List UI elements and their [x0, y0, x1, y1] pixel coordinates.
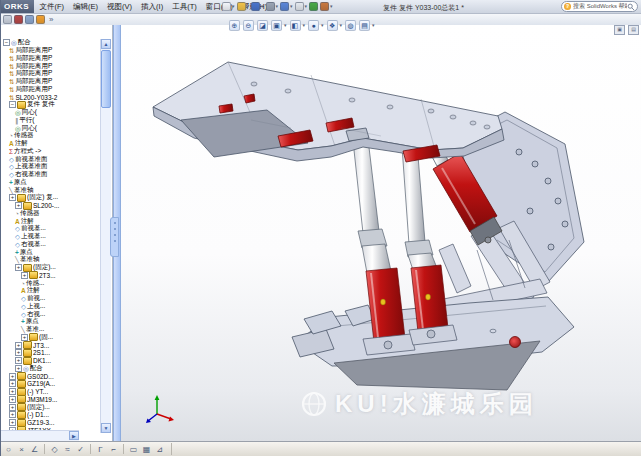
menu-5[interactable]: 工具(T) [168, 0, 202, 13]
dropdown-caret-icon[interactable]: ▾ [276, 2, 279, 11]
tree-item[interactable]: ◔传感器 [1, 210, 101, 218]
tree-item[interactable]: +(-) YT... [1, 388, 101, 396]
tree-item[interactable]: ◇前视... [1, 295, 101, 303]
dropdown-caret-icon[interactable]: ▾ [261, 2, 264, 11]
3d-model[interactable] [121, 25, 641, 441]
tree-item[interactable]: +(固... [1, 334, 101, 342]
tree-item[interactable]: ◎同心( [1, 109, 101, 117]
expander-icon[interactable]: + [9, 419, 16, 426]
menu-1[interactable]: 文件(F) [35, 0, 69, 13]
undo-icon[interactable] [280, 2, 289, 11]
dropdown-caret-icon[interactable]: ▾ [232, 2, 235, 11]
expander-icon[interactable]: + [9, 396, 16, 403]
preview-icon[interactable] [14, 15, 23, 24]
expander-icon[interactable]: + [9, 373, 16, 380]
tree-item[interactable]: +原点 [1, 318, 101, 326]
triangle-icon[interactable]: ⊿ [154, 444, 165, 455]
tree-item[interactable]: ◇上视基... [1, 233, 101, 241]
tree-item[interactable]: ◇右视基... [1, 241, 101, 249]
expander-icon[interactable]: − [3, 39, 10, 46]
tree-item[interactable]: +(固定)... [1, 264, 101, 272]
expander-icon[interactable]: + [9, 411, 16, 418]
corner-icon[interactable]: Γ [95, 444, 106, 455]
check-icon[interactable]: ✓ [75, 444, 86, 455]
expander-icon[interactable]: + [15, 264, 22, 271]
dropdown-caret-icon[interactable]: ▾ [330, 2, 333, 11]
expander-icon[interactable]: + [15, 342, 22, 349]
tree-item[interactable]: +GZ19(A... [1, 380, 101, 388]
new-icon[interactable] [222, 2, 231, 11]
tree-item[interactable]: ◔传感... [1, 279, 101, 287]
tree-item[interactable]: +GZ19-3... [1, 419, 101, 427]
scrollbar-thumb[interactable] [101, 50, 111, 108]
expander-icon[interactable]: + [21, 334, 28, 341]
help-smiley-icon[interactable] [36, 15, 45, 24]
angle-icon[interactable]: ∠ [29, 444, 40, 455]
tree-item[interactable]: ⇅局部距离用P [1, 86, 101, 94]
search-input[interactable]: 搜索 SolidWorks 帮助 [573, 2, 627, 11]
menu-2[interactable]: 编辑(E) [69, 0, 103, 13]
tree-item[interactable]: +◎配合 [1, 365, 101, 373]
search-box[interactable]: ? 搜索 SolidWorks 帮助 [561, 1, 638, 12]
dropdown-caret-icon[interactable]: ▾ [290, 2, 293, 11]
grid-icon[interactable]: ▦ [141, 444, 152, 455]
search-icon[interactable] [627, 3, 635, 11]
sketch-circle-icon[interactable]: ○ [3, 444, 14, 455]
corner2-icon[interactable]: ⌐ [108, 444, 119, 455]
tree-item[interactable]: −复件 复件 [1, 101, 101, 109]
expander-icon[interactable]: + [9, 380, 16, 387]
tree-item[interactable]: +2S1... [1, 349, 101, 357]
tree-item[interactable]: ◇前视基... [1, 225, 101, 233]
expander-icon[interactable]: + [9, 404, 16, 411]
find-icon[interactable] [25, 15, 34, 24]
tree-item[interactable]: ◇上视... [1, 303, 101, 311]
expander-icon[interactable]: + [9, 194, 16, 201]
tree-item[interactable]: +2T3... [1, 272, 101, 280]
tree-item[interactable]: +GS02D... [1, 372, 101, 380]
tree-item[interactable]: +JM3M19... [1, 396, 101, 404]
menu-4[interactable]: 插入(I) [137, 0, 168, 13]
tree-horizontal-scrollbar[interactable]: ▶ [1, 430, 79, 441]
tree-item[interactable]: ∥平行( [1, 117, 101, 125]
matedist-icon: ⇅ [9, 63, 14, 70]
canopy-beam[interactable] [153, 62, 504, 162]
toolbar-overflow-button[interactable]: » [49, 15, 53, 24]
scroll-down-icon[interactable]: ▼ [101, 423, 111, 433]
panel-icon[interactable] [3, 15, 12, 24]
tree-item[interactable]: A注解 [1, 217, 101, 225]
scroll-right-icon[interactable]: ▶ [69, 431, 79, 440]
save-icon[interactable] [251, 2, 260, 11]
matepar-icon: ∥ [15, 117, 18, 124]
tree-item[interactable]: +(-) D1... [1, 411, 101, 419]
expander-icon[interactable]: + [15, 349, 22, 356]
expander-icon[interactable]: + [9, 388, 16, 395]
tree-item[interactable]: A注解 [1, 287, 101, 295]
polygon-icon[interactable]: ◇ [49, 444, 60, 455]
select-icon[interactable] [295, 2, 304, 11]
tree-item[interactable]: +JT3... [1, 341, 101, 349]
feature-manager-panel: −◎配合⇅局部距离用P⇅局部距离用P⇅局部距离用P⇅局部距离用P⇅局部距离用P⇅… [1, 25, 113, 441]
dropdown-caret-icon[interactable]: ▾ [247, 2, 250, 11]
print-icon[interactable] [266, 2, 275, 11]
tree-item[interactable]: +(固定) 复... [1, 194, 101, 202]
rect-icon[interactable]: ▭ [128, 444, 139, 455]
tree-item[interactable]: +DK1... [1, 357, 101, 365]
expander-icon[interactable]: + [15, 365, 22, 372]
expander-icon[interactable]: − [9, 101, 16, 108]
options-icon[interactable] [320, 2, 329, 11]
graphics-viewport[interactable]: ⊕⊖◪▣▾◧▾●▾❖▾◍▤▾ ▣▤ [121, 25, 641, 441]
tree-item[interactable]: ◇右视... [1, 310, 101, 318]
tree-item[interactable]: +(固定)... [1, 403, 101, 411]
splitter-grip[interactable] [110, 217, 119, 257]
expander-icon[interactable]: + [15, 357, 22, 364]
menu-3[interactable]: 视图(V) [103, 0, 137, 13]
panel-splitter[interactable] [113, 25, 121, 441]
dropdown-caret-icon[interactable]: ▾ [305, 2, 308, 11]
tree-item[interactable]: +原点 [1, 248, 101, 256]
scroll-up-icon[interactable]: ▲ [101, 39, 111, 49]
spline-icon[interactable]: ≈ [62, 444, 73, 455]
rebuild-icon[interactable] [309, 2, 318, 11]
open-icon[interactable] [237, 2, 246, 11]
trim-icon[interactable]: × [16, 444, 27, 455]
tree-item[interactable]: +SL200-... [1, 202, 101, 210]
